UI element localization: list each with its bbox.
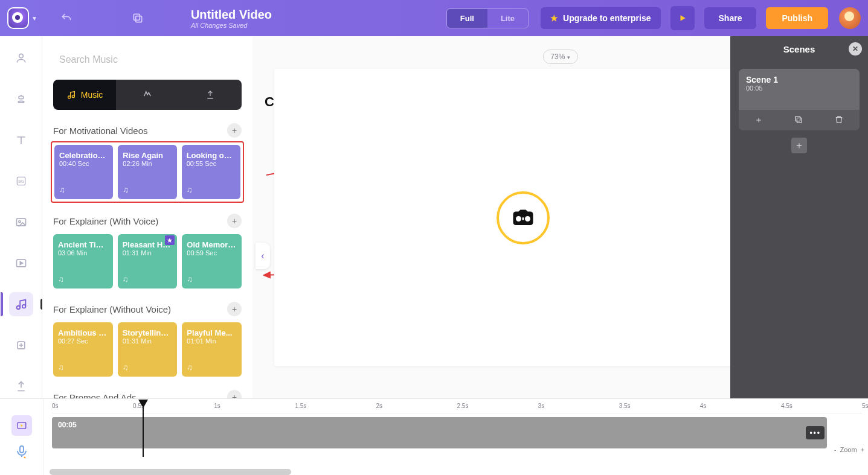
rail-character[interactable] (9, 46, 33, 70)
music-track-card[interactable]: Old Memories00:59 Sec♫ (182, 234, 242, 289)
note-icon: ♫ (58, 275, 64, 284)
timeline-video-track-icon[interactable] (11, 415, 32, 436)
zoom-minus-button[interactable]: - (834, 446, 837, 453)
rail-effects[interactable] (9, 333, 33, 357)
track-duration: 00:55 Sec (187, 160, 236, 167)
canvas-placeholder-icon (497, 191, 550, 244)
zoom-dropdown[interactable]: 73% ▾ (542, 49, 577, 64)
scenes-panel-header: Scenes ✕ (730, 36, 868, 62)
track-row: Celebration ...00:40 Sec♫Rise Again02:26… (51, 141, 244, 203)
rail-props[interactable] (9, 87, 33, 111)
zoom-value: 73% (550, 53, 565, 61)
music-track-card[interactable]: Storytelling ...01:31 Min♫ (118, 322, 178, 377)
scene-delete-button[interactable] (834, 115, 844, 126)
ruler-tick: 5s (862, 403, 868, 409)
music-track-card[interactable]: Playful Me...01:01 Min♫ (182, 322, 242, 377)
rail-background[interactable]: BG (9, 169, 33, 193)
preview-button[interactable] (670, 6, 695, 30)
track-duration: 00:27 Sec (58, 337, 108, 345)
tab-music-label: Music (81, 90, 103, 100)
category-title: For Explainer (With Voice) (53, 216, 158, 226)
svg-rect-0 (136, 16, 142, 22)
zoom-label: Zoom (840, 446, 857, 453)
svg-point-2 (19, 54, 23, 58)
share-button[interactable]: Share (704, 7, 757, 29)
track-row: Ancient Times03:06 Min♫Pleasant Ha...01:… (53, 234, 242, 289)
track-duration: 02:26 Min (123, 160, 172, 167)
tab-upload-music[interactable] (179, 80, 242, 110)
scene-add-button[interactable]: ＋ (754, 115, 763, 126)
undo-button[interactable] (54, 6, 79, 30)
canvas-stage[interactable] (274, 69, 771, 366)
clip-handle[interactable]: ••• (806, 426, 825, 439)
timeline-ruler: 0s0.5s1s1.5s2s2.5s3s3.5s4s4.5s5s (52, 403, 862, 413)
star-icon: ★ (550, 13, 558, 23)
music-track-card[interactable]: Rise Again02:26 Min♫ (118, 145, 176, 199)
svg-rect-1 (133, 14, 140, 20)
title-block[interactable]: Untitled Video All Changes Saved (191, 8, 272, 29)
scene-card[interactable]: Scene 1 00:05 ＋ (739, 69, 860, 130)
track-title: Old Memories (187, 240, 237, 249)
copy-button[interactable] (126, 6, 150, 30)
publish-button[interactable]: Publish (766, 7, 828, 29)
svg-point-7 (18, 221, 20, 223)
note-icon: ♫ (123, 185, 129, 194)
zoom-plus-button[interactable]: + (861, 446, 864, 453)
tab-sound-effects[interactable] (116, 80, 179, 110)
music-tab-strip: Music (53, 80, 242, 110)
svg-rect-25 (522, 217, 524, 220)
close-scenes-button[interactable]: ✕ (849, 42, 862, 56)
chevron-down-icon: ▾ (567, 54, 570, 60)
track-title: Storytelling ... (123, 328, 173, 337)
ruler-tick: 4.5s (781, 403, 792, 409)
music-category: For Explainer (Without Voice)+Ambitious … (53, 302, 242, 377)
rail-music[interactable]: Music (9, 292, 33, 316)
note-icon: ♫ (123, 363, 129, 372)
svg-point-23 (516, 216, 521, 222)
category-add-button[interactable]: + (227, 214, 242, 228)
track-duration: 00:59 Sec (187, 249, 237, 257)
music-track-card[interactable]: Ancient Times03:06 Min♫ (53, 234, 113, 289)
collapse-panel-button[interactable]: ‹ (256, 243, 270, 269)
svg-point-24 (525, 216, 530, 222)
timeline-clip[interactable]: 00:05 ••• (52, 417, 827, 448)
video-title: Untitled Video (191, 8, 272, 22)
ruler-tick: 2s (376, 403, 382, 409)
music-track-card[interactable]: Celebration ...00:40 Sec♫ (54, 145, 113, 199)
track-duration: 00:40 Sec (59, 160, 108, 167)
music-track-card[interactable]: Ambitious D...00:27 Sec♫ (53, 322, 113, 377)
note-icon: ♫ (187, 363, 193, 372)
mode-lite-button[interactable]: Lite (487, 9, 528, 28)
track-title: Playful Me... (187, 328, 237, 337)
music-track-card[interactable]: Looking on ...00:55 Sec♫ (182, 145, 240, 199)
category-add-button[interactable]: + (227, 302, 242, 316)
search-music-input[interactable] (53, 46, 242, 74)
tab-music[interactable]: Music (53, 80, 116, 110)
ruler-tick: 1.5s (295, 403, 306, 409)
timeline-scrollbar[interactable] (50, 469, 291, 475)
rail-upload[interactable] (9, 374, 33, 398)
timeline-rail (0, 399, 43, 475)
category-title: For Explainer (Without Voice) (53, 304, 171, 314)
star-badge-icon: ★ (165, 235, 175, 245)
rail-video[interactable] (9, 251, 33, 275)
user-avatar[interactable] (839, 7, 861, 29)
timeline-playhead[interactable] (143, 401, 144, 457)
timeline-main[interactable]: 0s0.5s1s1.5s2s2.5s3s3.5s4s4.5s5s 00:05 •… (43, 399, 868, 475)
rail-text[interactable] (9, 128, 33, 152)
music-track-card[interactable]: Pleasant Ha...01:31 Min♫★ (118, 234, 178, 289)
rail-image[interactable] (9, 210, 33, 234)
svg-text:BG: BG (18, 179, 24, 183)
ruler-tick: 1s (214, 403, 220, 409)
category-add-button[interactable]: + (227, 123, 242, 138)
note-icon: ♫ (187, 185, 193, 194)
upgrade-button[interactable]: ★ Upgrade to enterprise (541, 7, 660, 29)
logo-dropdown[interactable]: ▼ (7, 7, 37, 29)
scene-card-title: Scene 1 (746, 75, 852, 84)
timeline-audio-track-icon[interactable] (14, 444, 29, 459)
add-scene-button[interactable]: ＋ (791, 138, 807, 153)
ruler-tick: 0s (52, 403, 59, 409)
timeline: 0s0.5s1s1.5s2s2.5s3s3.5s4s4.5s5s 00:05 •… (0, 398, 868, 475)
scene-duplicate-button[interactable] (794, 115, 803, 126)
mode-full-button[interactable]: Full (447, 9, 487, 28)
